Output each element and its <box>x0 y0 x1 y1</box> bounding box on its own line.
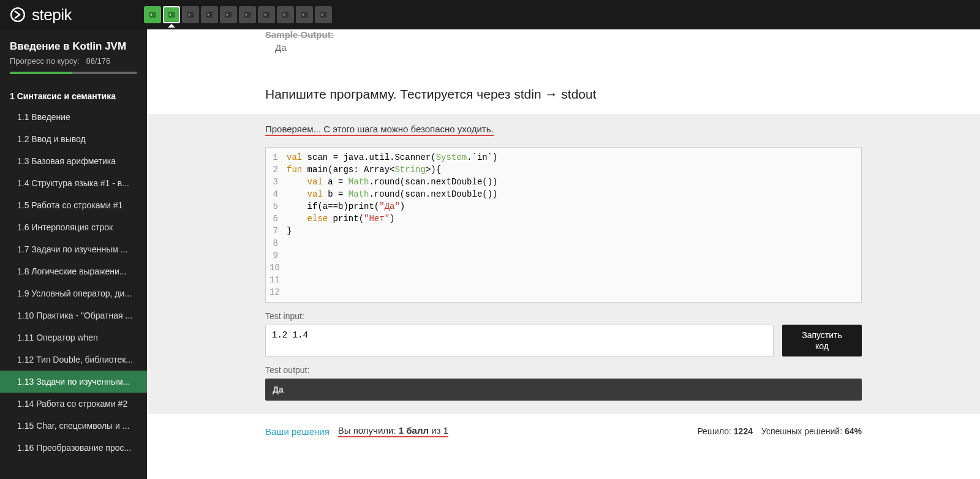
step-pill-5[interactable] <box>220 6 237 23</box>
step-pill-9[interactable] <box>296 6 313 23</box>
progress-label: Прогресс по курсу: 86/176 <box>10 56 137 66</box>
svg-rect-6 <box>244 12 251 17</box>
your-solutions-link[interactable]: Ваши решения <box>265 426 330 437</box>
test-input-field[interactable] <box>265 325 774 356</box>
sidebar-item[interactable]: 1.5 Работа со строками #1 <box>0 194 147 216</box>
score-text: Вы получили: 1 балл из 1 <box>338 425 448 437</box>
footer-row: Ваши решения Вы получили: 1 балл из 1 Ре… <box>265 414 862 442</box>
sidebar-item[interactable]: 1.12 Тип Double, библиотек... <box>0 349 147 371</box>
main-content: Sample Output: Да Напишите программу. Те… <box>147 29 980 479</box>
progress-bar-fill <box>10 72 72 74</box>
sidebar-item[interactable]: 1.11 Оператор when <box>0 326 147 349</box>
submission-area: Проверяем... С этого шага можно безопасн… <box>147 114 980 414</box>
step-pill-8[interactable] <box>277 6 294 23</box>
svg-rect-3 <box>187 12 194 17</box>
run-code-button[interactable]: Запустить код <box>782 325 862 356</box>
brand-text: stepik <box>32 6 72 25</box>
test-output-box: Да <box>265 379 862 401</box>
svg-rect-5 <box>225 12 232 17</box>
sample-output-value: Да <box>265 42 862 53</box>
sidebar-item[interactable]: 1.15 Char, спецсимволы и ... <box>0 415 147 437</box>
svg-rect-1 <box>149 12 156 17</box>
code-editor[interactable]: 123456789101112 val scan = java.util.Sca… <box>265 147 862 303</box>
sidebar-item[interactable]: 1.16 Преобразование прос... <box>0 437 147 459</box>
svg-rect-8 <box>282 12 289 17</box>
sidebar-item[interactable]: 1.13 Задачи по изученным... <box>0 371 147 393</box>
sidebar-item[interactable]: 1.10 Практика - "Обратная ... <box>0 304 147 326</box>
topbar: stepik <box>0 0 980 29</box>
step-pill-4[interactable] <box>201 6 218 23</box>
svg-rect-9 <box>301 12 308 17</box>
course-title: Введение в Kotlin JVM <box>10 40 137 53</box>
step-navigator <box>144 6 332 23</box>
sidebar: Введение в Kotlin JVM Прогресс по курсу:… <box>0 29 147 479</box>
svg-point-0 <box>11 8 24 21</box>
step-pill-1[interactable] <box>144 6 161 23</box>
success-rate: Успешных решений: 64% <box>761 426 862 436</box>
sidebar-item[interactable]: 1.2 Ввод и вывод <box>0 128 147 150</box>
sample-output-label: Sample Output: <box>265 29 862 40</box>
status-message: Проверяем... С этого шага можно безопасн… <box>265 124 494 136</box>
step-pill-10[interactable] <box>315 6 332 23</box>
code-lines[interactable]: val scan = java.util.Scanner(System.`in`… <box>282 148 861 302</box>
sidebar-item[interactable]: 1.14 Работа со строками #2 <box>0 393 147 415</box>
step-pill-2[interactable] <box>163 6 180 23</box>
line-gutter: 123456789101112 <box>266 148 282 302</box>
sidebar-item[interactable]: 1.1 Введение <box>0 106 147 128</box>
svg-rect-7 <box>263 12 270 17</box>
course-header: Введение в Kotlin JVM Прогресс по курсу:… <box>0 29 147 81</box>
sidebar-item[interactable]: 1.3 Базовая арифметика <box>0 150 147 172</box>
svg-rect-10 <box>320 12 327 17</box>
solved-count: Решило: 1224 <box>697 426 753 436</box>
sidebar-item[interactable]: 1.9 Условный оператор, ди... <box>0 282 147 304</box>
test-input-label: Test input: <box>265 311 862 321</box>
sidebar-item[interactable]: 1.6 Интерполяция строк <box>0 216 147 238</box>
test-output-label: Test output: <box>265 365 862 375</box>
stepik-logo-icon <box>10 7 26 23</box>
logo[interactable]: stepik <box>10 6 72 25</box>
sidebar-item[interactable]: 1.7 Задачи по изученным ... <box>0 238 147 260</box>
step-pill-6[interactable] <box>239 6 256 23</box>
step-pill-3[interactable] <box>182 6 199 23</box>
svg-rect-4 <box>206 12 213 17</box>
sidebar-item[interactable]: 1.4 Структура языка #1 - в... <box>0 172 147 194</box>
nav-list: 1.1 Введение1.2 Ввод и вывод1.3 Базовая … <box>0 106 147 459</box>
progress-bar <box>10 72 137 74</box>
section-title[interactable]: 1 Синтаксис и семантика <box>0 81 147 106</box>
task-heading: Напишите программу. Тестируется через st… <box>265 87 862 102</box>
svg-rect-2 <box>168 12 175 17</box>
step-pill-7[interactable] <box>258 6 275 23</box>
sidebar-item[interactable]: 1.8 Логические выражени... <box>0 260 147 282</box>
